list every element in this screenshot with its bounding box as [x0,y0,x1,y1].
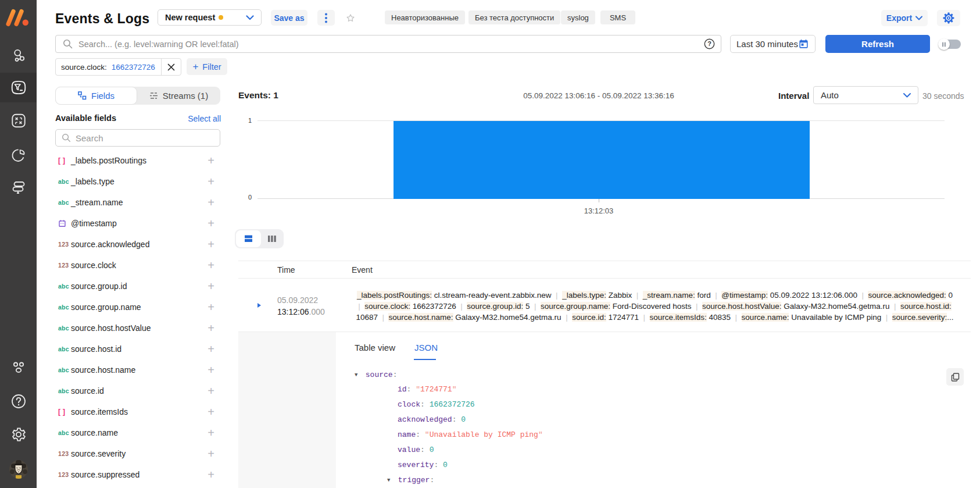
svg-text:?: ? [707,40,711,47]
